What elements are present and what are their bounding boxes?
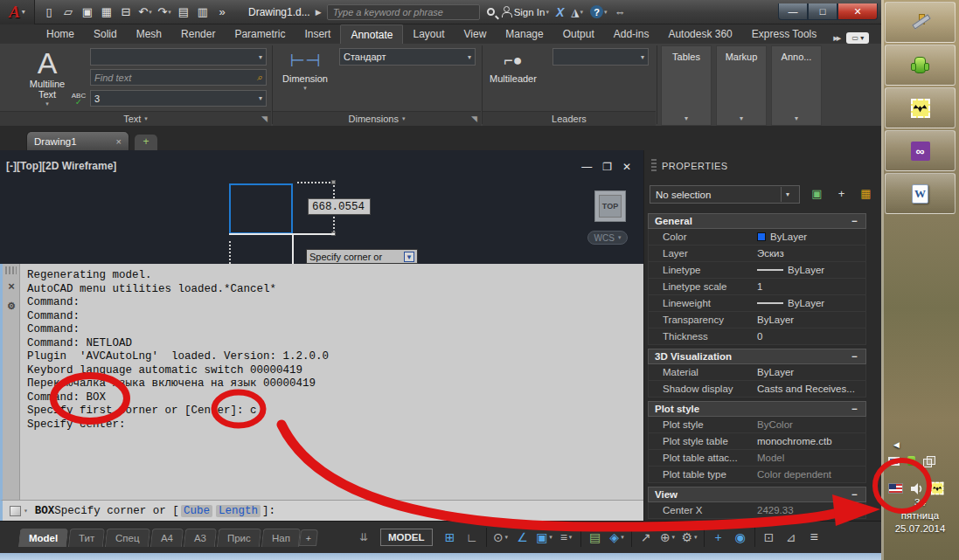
toggle-pickadd-icon[interactable]: ▣ [809, 185, 825, 202]
open-file-icon[interactable]: ▱ [59, 3, 77, 21]
dialog-launcher-icon[interactable]: ◥ [261, 114, 268, 123]
section-header-view[interactable]: View− [648, 487, 866, 502]
multiline-text-button[interactable]: A Multiline Text ▾ [24, 47, 70, 107]
save-as-icon[interactable]: ▦ [98, 3, 115, 21]
spell-check-icon[interactable]: ABC✓ [71, 92, 87, 107]
dynamic-input-field[interactable]: 668.0554 [308, 198, 371, 215]
command-option-cube[interactable]: Cube [181, 505, 212, 517]
wcs-dropdown[interactable]: WCS▾ [587, 231, 628, 245]
help-search-input[interactable]: Type a keyword or phrase [327, 4, 480, 20]
new-tab-button[interactable]: + [135, 135, 157, 150]
ribbon-tab-express-tools[interactable]: Express Tools [742, 24, 826, 44]
maximize-button[interactable]: □ [808, 3, 837, 20]
workspace-a-icon[interactable]: ▤ [175, 3, 192, 21]
panel-anno[interactable]: Anno...▾ [771, 45, 822, 126]
layout-tab-а4[interactable]: А4 [150, 529, 184, 547]
command-input-line[interactable]: ▾ BOX Specify corner or [CubeLength]: [0, 500, 643, 521]
save-icon[interactable]: ▣ [79, 3, 96, 21]
leaders-panel-footer[interactable]: Leaders [483, 111, 656, 126]
ribbon-tab-solid[interactable]: Solid [84, 24, 127, 44]
messenger-tray-icon[interactable] [907, 456, 915, 466]
ribbon-tab-insert[interactable]: Insert [295, 24, 340, 44]
snap-mode-icon[interactable]: ⊞ [440, 526, 461, 549]
command-text-window[interactable]: × ⚙ Regenerating model.AutoCAD menu util… [0, 264, 643, 500]
isolate-objects-icon[interactable]: ◉ [730, 526, 751, 549]
taskbar-button-visual-studio[interactable]: ∞ [885, 130, 956, 171]
close-icon[interactable]: ✕ [622, 161, 631, 173]
layout-tab-прис[interactable]: Прис [217, 529, 261, 547]
section-header-plot-style[interactable]: Plot style− [648, 401, 866, 417]
drag-grip-icon[interactable] [5, 266, 17, 274]
sign-in-button[interactable]: Sign In ▾ [502, 7, 549, 17]
chevron-down-icon[interactable]: ▾ [24, 507, 28, 515]
command-option-length[interactable]: Length [216, 505, 261, 517]
property-row-plot-style-table[interactable]: Plot style tablemonochrome.ctb [648, 433, 866, 450]
layout-overflow-icon[interactable]: ⇊ [359, 531, 368, 543]
text-height-combo[interactable]: 3▾ [90, 90, 267, 107]
multileader-button[interactable]: ⌐● Multileader [479, 47, 547, 84]
ribbon-tab-mesh[interactable]: Mesh [127, 24, 171, 44]
close-icon[interactable]: × [4, 280, 18, 293]
polar-tracking-icon[interactable]: ⊙▾ [490, 526, 511, 549]
collapse-icon[interactable]: − [851, 404, 858, 414]
viewport-controls-label[interactable]: [-][Top][2D Wireframe] [6, 160, 116, 172]
property-row-material[interactable]: MaterialByLayer [648, 364, 866, 381]
property-row-plot-table-type[interactable]: Plot table typeColor dependent [648, 467, 866, 483]
object-snap-icon[interactable]: ∠ [512, 526, 533, 549]
multileader-style-combo[interactable]: ▾ [552, 48, 649, 66]
minimize-icon[interactable]: — [581, 161, 592, 173]
workspace-gear-icon[interactable]: ⚙▾ [679, 526, 700, 549]
autodesk-360-icon[interactable]: ◮▾ [571, 6, 583, 18]
quick-select-icon[interactable]: ▦ [858, 185, 874, 202]
panel-tables[interactable]: Tables▾ [661, 45, 712, 126]
section-header-general[interactable]: General− [648, 213, 866, 229]
new-layout-button[interactable]: + [299, 529, 318, 546]
property-row-plot-table-attac[interactable]: Plot table attac...Model [648, 450, 866, 467]
palette-grip-icon[interactable] [651, 159, 657, 171]
file-tab-drawing1[interactable]: Drawing1 × [26, 131, 129, 150]
help-button[interactable]: ?▾ [590, 5, 608, 18]
layout-tab-model[interactable]: Model [18, 529, 68, 547]
panel-markup[interactable]: Markup▾ [716, 45, 767, 126]
tray-clock[interactable]: 34 пятница 25.07.2014 [881, 496, 959, 536]
collapse-icon[interactable]: − [851, 351, 858, 362]
collapse-icon[interactable]: − [851, 216, 858, 226]
dimensions-panel-footer[interactable]: Dimensions▾ ◥ [273, 111, 481, 126]
property-row-layer[interactable]: LayerЭскиз [648, 245, 866, 262]
show-hidden-icons-chevron[interactable]: ◀ [893, 440, 900, 449]
taskbar-button-word[interactable]: W [885, 173, 956, 214]
text-style-combo[interactable]: ▾ [90, 48, 267, 66]
viewcube[interactable]: TOP [594, 190, 626, 222]
ribbon-tab-add-ins[interactable]: Add-ins [604, 24, 659, 44]
minimize-button[interactable]: — [778, 3, 808, 20]
ribbon-tab-manage[interactable]: Manage [496, 24, 552, 44]
layout-tab-спец[interactable]: Спец [105, 529, 150, 547]
model-space-button[interactable]: MODEL [380, 529, 433, 546]
ucs-icon[interactable]: ⊕▾ [657, 526, 678, 549]
ribbon-tab-home[interactable]: Home [37, 24, 84, 44]
layout-tab-тит[interactable]: Тит [68, 529, 105, 547]
qat-overflow-icon[interactable]: » [213, 3, 231, 21]
snap-marker-icon[interactable]: ▣▾ [534, 526, 555, 549]
keyboard-language-flag-icon[interactable] [888, 483, 903, 494]
taskbar-button-the-bat[interactable] [885, 87, 956, 128]
restore-icon[interactable]: ❐ [602, 161, 612, 173]
clipboard-stack-icon[interactable] [923, 456, 934, 466]
crosshair-icon[interactable]: + [708, 526, 729, 549]
text-panel-footer[interactable]: Text▾ ◥ [0, 111, 271, 126]
ribbon-tab-parametric[interactable]: Parametric [225, 24, 295, 44]
ribbon-tab-layout[interactable]: Layout [403, 24, 454, 44]
expand-arrow-icon[interactable]: ▶ [316, 8, 322, 17]
exchange-apps-icon[interactable]: X [556, 5, 564, 19]
plot-icon[interactable]: ⊟ [117, 3, 135, 21]
application-menu-button[interactable]: A ▾ [0, 0, 35, 24]
ribbon-tab-output[interactable]: Output [553, 24, 604, 44]
annotation-monitor-icon[interactable]: ⊡ [759, 526, 780, 549]
drawing-viewport[interactable]: [-][Top][2D Wireframe] — ❐ ✕ 668.0554 Sp… [0, 150, 643, 264]
find-text-input[interactable]: Find text ⌕ [90, 69, 267, 86]
isometric-drafting-icon[interactable]: ▤ [585, 526, 606, 549]
dim-style-combo[interactable]: Стандарт▾ [339, 48, 476, 66]
taskbar-button-admin-tools[interactable] [885, 2, 956, 43]
infocenter-toggle-icon[interactable]: ⇔ [615, 5, 626, 18]
annotation-scale-icon[interactable]: ≡▾ [556, 526, 577, 549]
